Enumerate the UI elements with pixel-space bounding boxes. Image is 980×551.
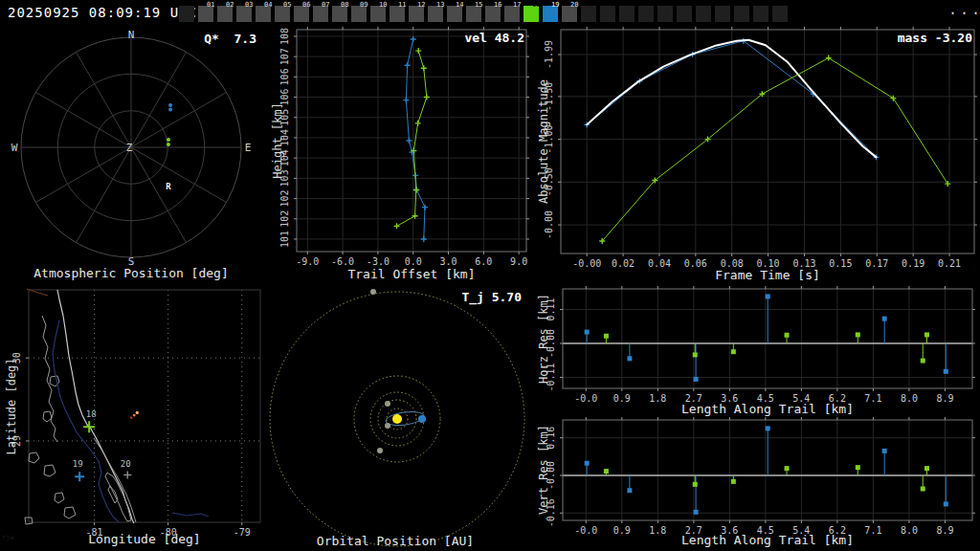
- tick-label: 102: [279, 210, 290, 228]
- trail-offset-panel: -9.0-6.0-3.00.03.06.09.01011021021031041…: [268, 27, 536, 285]
- frame-tab-empty[interactable]: [677, 0, 696, 27]
- frame-tab-square: [753, 6, 768, 22]
- height-axis-label: Height [km]: [271, 102, 284, 178]
- basemap-island-2: [44, 465, 56, 476]
- tick-label: 8.9: [936, 393, 953, 404]
- frame-tab-number: 09: [360, 1, 368, 9]
- tick-label: 0.06: [684, 258, 707, 269]
- tick-label: 0.15: [829, 258, 852, 269]
- frame-tab-number: 13: [436, 1, 444, 9]
- frame-tab-number: 19: [551, 1, 559, 9]
- tick-label: 101: [279, 231, 290, 248]
- tick-label: -6.0: [331, 256, 354, 267]
- frame-tab-empty[interactable]: [772, 0, 791, 27]
- tick-label: 8.0: [901, 525, 918, 536]
- frame-tab-number: 18: [532, 1, 540, 9]
- frame-tab-empty[interactable]: [179, 0, 198, 27]
- station-marker-18: [83, 421, 95, 432]
- tick-label: -0.00: [544, 210, 554, 239]
- q-star-stat: Q* 7.3: [204, 32, 256, 46]
- frame-tab-square: [619, 6, 635, 22]
- frame-tab-empty[interactable]: [638, 0, 657, 27]
- horizontal-residuals-chart: -0.00.91.82.73.64.55.46.27.18.08.90.11-0…: [536, 285, 980, 419]
- frame-tab-empty[interactable]: [657, 0, 677, 27]
- tick-label: -9.0: [296, 256, 319, 267]
- basemap-island-4: [64, 507, 76, 518]
- horizontal-residuals-panel: -0.00.91.82.73.64.55.46.27.18.08.90.11-0…: [536, 285, 980, 419]
- frame-tab-03[interactable]: 03: [236, 0, 256, 27]
- frame-tab-empty[interactable]: [619, 0, 638, 27]
- frame-tab-square: [715, 6, 730, 22]
- sky-point-site-18: [167, 138, 170, 142]
- basemap-island-1: [29, 452, 39, 463]
- tick-label: 107: [279, 48, 290, 65]
- frame-tab-20[interactable]: 20: [562, 0, 581, 27]
- sky-point-site-19: [168, 103, 172, 107]
- overflow-dots[interactable]: ...: [948, 1, 980, 18]
- frame-tab-11[interactable]: 11: [390, 0, 409, 27]
- basemap-coastline: [57, 290, 134, 523]
- frame-tab-empty[interactable]: [734, 0, 753, 27]
- ground-map-panel: -81-80-792930181920 Latitude [deg] Longi…: [0, 285, 268, 551]
- sky-point-site-18: [167, 143, 170, 146]
- frame-tab-empty[interactable]: [715, 0, 734, 27]
- frame-tab-square: [772, 6, 788, 22]
- velocity-stat: vel 48.2: [464, 31, 524, 45]
- frame-tab-06[interactable]: 06: [294, 0, 313, 27]
- tick-label: -0.00: [572, 258, 601, 269]
- utc-timestamp: 20250925 08:09:19 UTC: [8, 5, 197, 20]
- frame-tab-09[interactable]: 09: [351, 0, 370, 27]
- frame-tab-empty[interactable]: [600, 0, 619, 27]
- frame-tab-16[interactable]: 16: [485, 0, 504, 27]
- frame-tab-14[interactable]: 14: [447, 0, 466, 27]
- frame-tab-square: [638, 6, 654, 22]
- station-marker-19: [75, 472, 84, 481]
- frame-tab-square: [581, 6, 596, 22]
- station-label-18: 18: [86, 409, 97, 419]
- frame-tab-04[interactable]: 04: [256, 0, 275, 27]
- tick-label: 7.1: [864, 393, 881, 404]
- tick-label: 106: [279, 68, 290, 85]
- tick-label: 1.8: [649, 393, 666, 404]
- light-curve-panel: -0.000.020.040.060.080.100.130.150.170.1…: [536, 27, 980, 285]
- tick-label: -1.99: [544, 40, 554, 69]
- frame-tab-15[interactable]: 15: [466, 0, 485, 27]
- frame-tab-18[interactable]: 18: [523, 0, 543, 27]
- meteor-ground-track-dot: [136, 411, 139, 414]
- longitude-axis-title: Longitude [deg]: [88, 532, 200, 546]
- frame-tab-empty[interactable]: [753, 0, 772, 27]
- frame-tab-number: 17: [513, 1, 521, 9]
- sky-point-site-19: [168, 108, 172, 112]
- top-bar: 20250925 08:09:19 UTC 010203040506070809…: [0, 0, 980, 27]
- station-marker-20: [123, 472, 131, 479]
- frame-tab-08[interactable]: 08: [332, 0, 351, 27]
- frame-tab-square: [657, 6, 673, 22]
- zenith-label: Z: [126, 142, 133, 154]
- tick-label: 0.0: [405, 256, 422, 267]
- frame-tab-05[interactable]: 05: [275, 0, 294, 27]
- frame-tab-10[interactable]: 10: [370, 0, 390, 27]
- radiant-marker: R: [166, 182, 170, 191]
- vert-res-axis-label: Vert Res [km]: [537, 425, 550, 515]
- horz-length-axis-title: Length Along Trail [km]: [681, 402, 854, 416]
- planet-dot: [370, 289, 376, 295]
- frame-tab-13[interactable]: 13: [428, 0, 447, 27]
- tick-label: 0.19: [902, 258, 924, 269]
- compass-north-label: N: [128, 29, 135, 41]
- trail-offset-chart: -9.0-6.0-3.00.03.06.09.01011021021031041…: [268, 27, 536, 285]
- frame-tab-number: 07: [322, 1, 329, 9]
- tick-label: 102: [279, 190, 290, 208]
- frame-tab-empty[interactable]: [581, 0, 600, 27]
- frame-tab-01[interactable]: 01: [198, 0, 217, 27]
- frame-tab-12[interactable]: 12: [409, 0, 428, 27]
- frame-tab-number: 12: [417, 1, 425, 9]
- frame-tab-07[interactable]: 07: [313, 0, 332, 27]
- frame-tab-square: [600, 6, 615, 22]
- frame-tab-17[interactable]: 17: [504, 0, 523, 27]
- orbital-position-panel: T_j 5.70 Orbital Position [AU]: [268, 285, 536, 551]
- frame-tab-19[interactable]: 19: [543, 0, 562, 27]
- frame-tab-02[interactable]: 02: [217, 0, 236, 27]
- frame-tab-number: 14: [456, 1, 463, 9]
- frame-tab-empty[interactable]: [696, 0, 715, 27]
- frame-tab-square: [734, 6, 749, 22]
